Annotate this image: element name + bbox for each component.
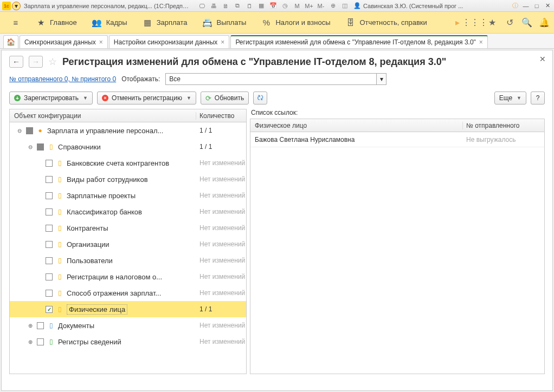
history-icon[interactable]: ↺ — [504, 17, 515, 28]
checkbox[interactable] — [37, 143, 44, 151]
calc-sheet-icon[interactable]: 🗒 — [245, 2, 254, 10]
tree-row-regsv[interactable]: ⊕▯Регистры сведений Нет изменений — [10, 334, 246, 350]
arrow-right-icon[interactable]: ▸ — [452, 17, 463, 28]
back-button[interactable]: ← — [9, 56, 23, 68]
m-plus-icon[interactable]: M+ — [305, 2, 313, 10]
m-minus-icon[interactable]: M- — [317, 2, 325, 10]
close-icon[interactable]: × — [479, 38, 483, 46]
display-label: Отображать: — [121, 75, 160, 83]
nav-otchet[interactable]: 🗄Отчетность, справки — [339, 15, 434, 31]
checkbox[interactable] — [37, 338, 44, 345]
tree-row-root[interactable]: ⊖●Зарплата и управление персонал... 1 / … — [10, 122, 246, 139]
tree-header: Объект конфигурации Количество — [10, 109, 246, 122]
checkbox[interactable]: ✓ — [46, 306, 53, 313]
zoom-in-icon[interactable]: ⊕ — [328, 2, 337, 10]
globe-icon: ● — [36, 127, 44, 134]
tab-registration[interactable]: Регистрация изменений для обмена с "Упра… — [230, 35, 488, 48]
checkbox[interactable] — [46, 176, 53, 183]
tab-home[interactable]: 🏠 — [3, 35, 18, 48]
links-row[interactable]: Бажова Светлана Нурисламовна Не выгружал… — [250, 132, 544, 147]
checkbox[interactable] — [46, 241, 53, 248]
grid-icon[interactable]: ▦ — [257, 2, 266, 10]
clock-icon[interactable]: ◷ — [281, 2, 289, 10]
collapse-icon[interactable]: ⊖ — [27, 144, 34, 150]
refresh-button[interactable]: ⟳Обновить — [201, 92, 249, 104]
close-icon[interactable]: × — [99, 38, 103, 46]
tree-row[interactable]: ▯Классификатор банков Нет изменений — [10, 204, 246, 220]
checkbox[interactable] — [46, 273, 53, 280]
search-icon[interactable]: 🔍 — [521, 17, 532, 28]
checkbox[interactable] — [37, 322, 44, 329]
favorite-star-icon[interactable]: ☆ — [48, 56, 57, 68]
col-sent-number: № отправленного — [463, 122, 544, 129]
user-icon: 👤 — [353, 2, 361, 9]
nav-burger[interactable]: ≡ — [4, 15, 27, 31]
expand-icon[interactable]: ⊕ — [27, 323, 34, 329]
checkbox[interactable] — [26, 127, 33, 134]
nav-main[interactable]: ★Главное — [29, 15, 83, 31]
nav-vyplaty[interactable]: 📇Выплаты — [196, 15, 253, 31]
settings-button[interactable]: 🗘 — [253, 92, 267, 104]
print-preview-icon[interactable]: 🖵 — [197, 2, 206, 10]
doc-icon[interactable]: 🗎 — [221, 2, 230, 10]
app-menu-dropdown[interactable]: ▾ — [12, 2, 21, 10]
sent-received-link[interactable]: № отправленного 0, № принятого 0 — [9, 75, 116, 83]
tree-row[interactable]: ▯Способ отражения зарплат... Нет изменен… — [10, 285, 246, 301]
percent-icon: % — [261, 18, 271, 28]
info-icon[interactable]: ⓘ — [511, 2, 519, 10]
tree-row[interactable]: ▯Пользователи Нет изменений — [10, 252, 246, 269]
tab-sync[interactable]: Синхронизация данных× — [20, 35, 108, 48]
tree-row[interactable]: ▯Контрагенты Нет изменений — [10, 220, 246, 236]
close-icon[interactable]: × — [221, 38, 224, 46]
more-button[interactable]: Еще▼ — [494, 92, 526, 104]
collapse-icon[interactable]: ⊖ — [16, 128, 23, 134]
close-page-button[interactable]: ✕ — [539, 55, 546, 63]
help-button[interactable]: ? — [531, 92, 545, 104]
tree-row[interactable]: ▯Виды работ сотрудников Нет изменений — [10, 171, 246, 187]
expand-icon[interactable]: ⊕ — [27, 339, 34, 345]
maximize-button[interactable]: □ — [532, 2, 541, 10]
config-tree[interactable]: ⊖●Зарплата и управление персонал... 1 / … — [10, 122, 246, 374]
checkbox[interactable] — [46, 290, 53, 297]
tree-row-docs[interactable]: ⊕▯Документы Нет изменений — [10, 317, 246, 334]
tree-row[interactable]: ▯Зарплатные проекты Нет изменений — [10, 187, 246, 204]
tree-row[interactable]: ▯Регистрации в налоговом о... Нет измене… — [10, 269, 246, 285]
register-button[interactable]: +Зарегистрировать▼ — [9, 92, 93, 104]
bell-icon[interactable]: 🔔 — [539, 17, 550, 28]
checkbox[interactable] — [46, 160, 53, 167]
forward-button[interactable]: → — [29, 56, 43, 68]
refresh-icon: ⟳ — [205, 94, 211, 102]
count-cell: Нет изменений — [196, 322, 246, 329]
checkbox[interactable] — [46, 257, 53, 264]
panels-icon[interactable]: ◫ — [340, 2, 349, 10]
nav-nalogi[interactable]: %Налоги и взносы — [255, 15, 337, 31]
checkbox[interactable] — [46, 225, 53, 232]
user-label[interactable]: 👤Савинская З.Ю. (Системный прог ... — [353, 2, 463, 9]
tab-sync-settings[interactable]: Настройки синхронизации данных× — [109, 35, 230, 48]
compare-icon[interactable]: ⧉ — [233, 2, 242, 10]
checkbox[interactable] — [46, 192, 53, 199]
catalog-icon: ▯ — [56, 240, 63, 248]
count-cell: Нет изменений — [196, 257, 246, 264]
display-select-dropdown[interactable]: ▾ — [377, 73, 386, 85]
unregister-button[interactable]: ×Отменить регистрацию▼ — [97, 92, 196, 104]
nav-kadry[interactable]: 👥Кадры — [86, 15, 134, 31]
calendar-icon[interactable]: 📅 — [269, 2, 278, 10]
table-icon: ▦ — [143, 18, 152, 28]
print-icon[interactable]: 🖶 — [209, 2, 218, 10]
split-layout: Объект конфигурации Количество ⊖●Зарплат… — [9, 109, 545, 374]
favorites-icon[interactable]: ★ — [487, 17, 498, 28]
close-window-button[interactable]: ✕ — [543, 2, 552, 10]
tree-row[interactable]: ▯Организации Нет изменений — [10, 236, 246, 252]
display-select[interactable]: Все — [165, 73, 377, 85]
checkbox[interactable] — [46, 208, 53, 215]
chevron-down-icon: ▼ — [517, 95, 521, 101]
menu-icon: ≡ — [11, 18, 21, 28]
nav-zarplata[interactable]: ▦Зарплата — [136, 15, 194, 31]
apps-icon[interactable]: ⋮⋮⋮ — [469, 17, 480, 28]
tree-row-spravochniki[interactable]: ⊖▯Справочники 1 / 1 — [10, 139, 246, 155]
tree-row[interactable]: ▯Банковские счета контрагентов Нет измен… — [10, 155, 246, 171]
tree-row-selected[interactable]: ✓▯Физические лица 1 / 1 — [10, 301, 246, 317]
m-memory-icon[interactable]: M — [293, 2, 301, 10]
minimize-button[interactable]: — — [521, 2, 530, 10]
